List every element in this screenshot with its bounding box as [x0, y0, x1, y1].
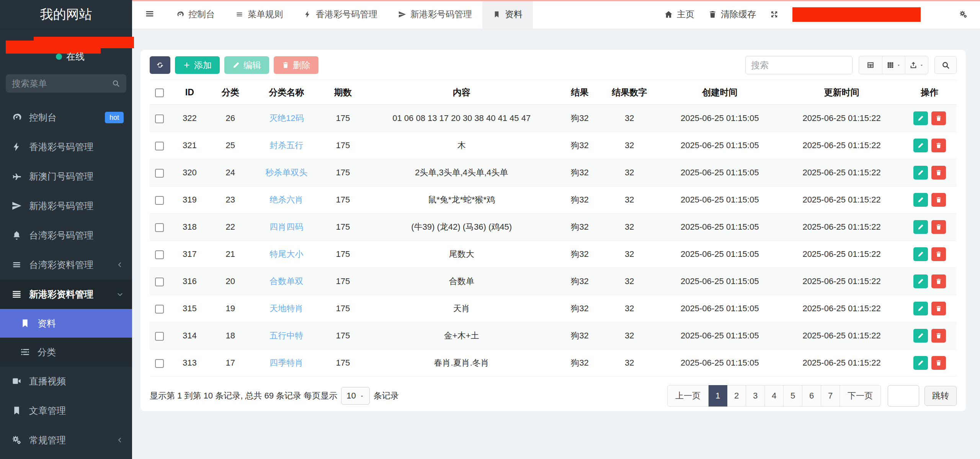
fullscreen-button[interactable]: [770, 10, 779, 19]
row-edit-button[interactable]: [913, 166, 928, 180]
bookmark-icon: [11, 405, 22, 416]
content-area: 添加 编辑 删除: [132, 29, 980, 459]
sidebar-search-input[interactable]: 搜索菜单: [6, 74, 126, 93]
row-checkbox[interactable]: [155, 278, 164, 286]
next-page-button[interactable]: 下一页: [840, 385, 881, 407]
category-name-link[interactable]: 合数单双: [270, 276, 303, 286]
edit-button[interactable]: 编辑: [224, 56, 269, 74]
row-checkbox[interactable]: [155, 142, 164, 150]
category-name-link[interactable]: 封杀五行: [270, 140, 303, 150]
row-delete-button[interactable]: [931, 329, 946, 343]
add-button[interactable]: 添加: [175, 56, 220, 74]
columns-button[interactable]: [882, 56, 905, 74]
search-submit-button[interactable]: [934, 56, 957, 74]
row-delete-button[interactable]: [931, 247, 946, 261]
page-button-6[interactable]: 6: [802, 385, 821, 407]
page-button-7[interactable]: 7: [821, 385, 840, 407]
cell-select: [150, 268, 169, 295]
row-delete-button[interactable]: [931, 274, 946, 288]
row-edit-button[interactable]: [913, 356, 928, 370]
category-name-link[interactable]: 秒杀单双头: [265, 168, 307, 177]
row-delete-button[interactable]: [931, 166, 946, 180]
sidebar-item-控制台[interactable]: 控制台hot: [0, 103, 132, 132]
cell-actions: [903, 350, 957, 377]
row-checkbox[interactable]: [155, 114, 164, 123]
row-edit-button[interactable]: [913, 247, 928, 261]
sidebar-item-新澳门号码管理[interactable]: 新澳门号码管理: [0, 162, 132, 191]
page-button-3[interactable]: 3: [746, 385, 765, 407]
row-delete-button[interactable]: [931, 302, 946, 315]
jump-page-input[interactable]: [888, 385, 919, 407]
tab-资料[interactable]: 资料: [482, 0, 533, 29]
row-delete-button[interactable]: [931, 220, 946, 234]
row-checkbox[interactable]: [155, 332, 164, 341]
jump-button[interactable]: 跳转: [924, 386, 957, 406]
row-edit-button[interactable]: [913, 193, 928, 207]
row-delete-button[interactable]: [931, 111, 946, 125]
row-edit-button[interactable]: [913, 220, 928, 234]
table-row: 31620合数单双175合数单狗32322025-06-25 01:15:052…: [150, 268, 957, 295]
table-toolbar: 添加 编辑 删除: [140, 50, 966, 80]
category-name-link[interactable]: 天地特肖: [270, 304, 303, 313]
settings-button[interactable]: [959, 10, 968, 19]
row-edit-button[interactable]: [913, 274, 928, 288]
row-edit-button[interactable]: [913, 111, 928, 125]
bars4-icon: [11, 289, 22, 299]
row-checkbox[interactable]: [155, 250, 164, 259]
page-button-4[interactable]: 4: [765, 385, 784, 407]
row-edit-button[interactable]: [913, 329, 928, 343]
row-edit-button[interactable]: [913, 139, 928, 152]
page-button-5[interactable]: 5: [784, 385, 802, 407]
row-checkbox[interactable]: [155, 305, 164, 314]
sidebar-item-文章管理[interactable]: 文章管理: [0, 396, 132, 425]
refresh-button[interactable]: [150, 56, 170, 74]
sidebar-toggle-button[interactable]: [144, 8, 155, 20]
cell-actions: [903, 322, 957, 350]
sidebar-subitem-资料[interactable]: 资料: [0, 309, 132, 338]
page-button-1[interactable]: 1: [709, 385, 727, 407]
export-button[interactable]: [905, 56, 928, 74]
cell-category-name: 封杀五行: [250, 132, 322, 159]
row-edit-button[interactable]: [913, 302, 928, 315]
trash-icon: [935, 332, 942, 339]
prev-page-button[interactable]: 上一页: [667, 385, 709, 407]
row-delete-button[interactable]: [931, 139, 946, 152]
category-name-link[interactable]: 灭绝12码: [269, 113, 304, 123]
category-name-link[interactable]: 五行中特: [270, 331, 303, 340]
page-size-dropdown[interactable]: 10: [341, 387, 369, 405]
sidebar-item-直播视频[interactable]: 直播视频: [0, 366, 132, 396]
row-checkbox[interactable]: [155, 223, 164, 232]
home-link[interactable]: 主页: [664, 8, 694, 20]
select-all-checkbox[interactable]: [155, 88, 164, 97]
row-checkbox[interactable]: [155, 359, 164, 368]
sidebar-item-常规管理[interactable]: 常规管理: [0, 425, 132, 455]
row-delete-button[interactable]: [931, 356, 946, 370]
column-header-更新时间: 更新时间: [781, 80, 902, 105]
delete-button[interactable]: 删除: [274, 56, 318, 74]
category-name-link[interactable]: 特尾大小: [270, 249, 303, 259]
category-name-link[interactable]: 绝杀六肖: [270, 195, 303, 204]
category-name-link[interactable]: 四肖四码: [270, 222, 303, 232]
table-search-input[interactable]: [745, 56, 853, 74]
category-name-link[interactable]: 四季特肖: [270, 358, 303, 368]
tab-菜单规则[interactable]: 菜单规则: [225, 0, 293, 29]
sidebar-subitem-分类[interactable]: 分类: [0, 338, 132, 366]
sidebar-item-台湾彩资料管理[interactable]: 台湾彩资料管理: [0, 250, 132, 279]
row-checkbox[interactable]: [155, 169, 164, 178]
page-button-2[interactable]: 2: [727, 385, 746, 407]
row-checkbox[interactable]: [155, 196, 164, 205]
tab-控制台[interactable]: 控制台: [166, 0, 225, 29]
clear-cache-link[interactable]: 清除缓存: [708, 8, 756, 20]
sidebar-item-台湾彩号码管理[interactable]: 台湾彩号码管理: [0, 221, 132, 250]
sidebar-item-新港彩号码管理[interactable]: 新港彩号码管理: [0, 191, 132, 221]
tab-新港彩号码管理[interactable]: 新港彩号码管理: [388, 0, 482, 29]
edit-label: 编辑: [243, 59, 261, 71]
cell-category: 19: [210, 295, 250, 322]
online-dot: [56, 54, 62, 60]
sidebar-item-香港彩号码管理[interactable]: 香港彩号码管理: [0, 132, 132, 162]
sidebar-item-新港彩资料管理[interactable]: 新港彩资料管理: [0, 279, 132, 309]
table-row: 31519天地特肖175天肖狗32322025-06-25 01:15:0520…: [150, 295, 957, 322]
row-delete-button[interactable]: [931, 193, 946, 207]
detail-view-button[interactable]: [859, 56, 882, 74]
tab-香港彩号码管理[interactable]: 香港彩号码管理: [293, 0, 388, 29]
